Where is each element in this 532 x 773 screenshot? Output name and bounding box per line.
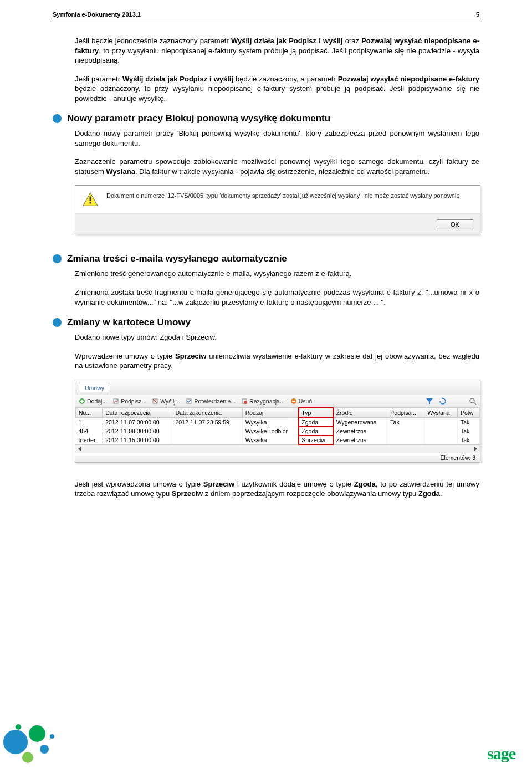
svg-marker-17	[474, 447, 477, 451]
col-podpisana[interactable]: Podpisa...	[387, 408, 424, 417]
table-row[interactable]: 454 2012-11-08 00:00:00 Wysyłkę i odbiór…	[76, 427, 480, 436]
usun-button[interactable]: Usuń	[290, 398, 313, 405]
sign-icon	[112, 398, 119, 405]
podpisz-button[interactable]: Podpisz...	[112, 398, 146, 405]
add-icon	[79, 398, 85, 405]
confirm-icon	[186, 398, 192, 405]
s2-p1: Zmieniono treść generowanego automatyczn…	[75, 269, 479, 279]
page-header: Symfonia e-Dokumenty 2013.1 5	[53, 11, 479, 19]
warning-icon	[82, 191, 99, 208]
resign-icon	[241, 398, 248, 405]
send-icon	[152, 398, 158, 405]
heading-text: Nowy parametr pracy Blokuj ponowną wysył…	[67, 113, 330, 124]
col-potw[interactable]: Potw	[457, 408, 479, 417]
scroll-right-icon[interactable]	[472, 446, 479, 452]
svg-rect-1	[90, 197, 91, 201]
heading-text: Zmiany w kartotece Umowy	[67, 317, 191, 328]
svg-rect-12	[292, 401, 295, 402]
sage-logo: sage	[487, 744, 515, 763]
warning-dialog: Dokument o numerze '12-FVS/0005' typu 'd…	[75, 185, 480, 234]
s1-p1: Dodano nowy parametr pracy 'Blokuj ponow…	[75, 129, 479, 148]
col-zrodlo[interactable]: Źródło	[333, 408, 387, 417]
refresh-icon[interactable]	[439, 397, 447, 405]
bullet-icon	[53, 318, 62, 327]
col-data-rozpoczecia[interactable]: Data rozpoczęcia	[103, 408, 172, 417]
paragraph-2: Jeśli parametr Wyślij działa jak Podpisz…	[75, 74, 479, 104]
dodaj-button[interactable]: Dodaj...	[79, 398, 107, 405]
data-table: Nu... Data rozpoczęcia Data zakończenia …	[75, 408, 480, 444]
dialog-message: Dokument o numerze '12-FVS/0005' typu 'd…	[106, 191, 473, 208]
s1-p2: Zaznaczenie parametru spowoduje zablokow…	[75, 157, 479, 176]
paragraph-1: Jeśli będzie jednocześnie zaznaczony par…	[75, 36, 479, 65]
delete-icon	[290, 398, 297, 405]
s3-p2: Wprowadzenie umowy o typie Sprzeciw unie…	[75, 351, 479, 371]
ok-button[interactable]: OK	[437, 219, 473, 229]
grid-footer: Elementów: 3	[75, 453, 480, 462]
umowy-grid: Umowy Dodaj... Podpisz... Wyślij... Potw…	[75, 380, 480, 463]
after-grid-paragraph: Jeśli jest wprowadzona umowa o typie Spr…	[75, 479, 479, 499]
svg-rect-5	[80, 401, 84, 402]
col-typ[interactable]: Typ	[299, 408, 333, 417]
grid-toolbar: Dodaj... Podpisz... Wyślij... Potwierdze…	[75, 395, 480, 408]
svg-point-10	[244, 401, 247, 404]
svg-marker-16	[78, 447, 81, 451]
header-title: Symfonia e-Dokumenty 2013.1	[53, 11, 141, 18]
table-row[interactable]: 1 2012-11-07 00:00:00 2012-11-07 23:59:5…	[76, 417, 480, 427]
horizontal-scrollbar[interactable]	[75, 444, 480, 453]
s2-p2: Zmieniona została treść fragmentu e-mail…	[75, 288, 479, 307]
svg-rect-2	[90, 202, 91, 204]
footer-decoration	[0, 718, 72, 773]
col-data-zakonczenia[interactable]: Data zakończenia	[172, 408, 242, 417]
wyslij-button[interactable]: Wyślij...	[152, 398, 180, 405]
s3-p1: Dodano nowe typy umów: Zgoda i Sprzeciw.	[75, 332, 479, 342]
col-nu[interactable]: Nu...	[76, 408, 103, 417]
bullet-icon	[53, 254, 62, 263]
search-icon[interactable]	[469, 397, 477, 405]
svg-line-15	[474, 402, 476, 405]
section-heading-3: Zmiany w kartotece Umowy	[53, 317, 479, 328]
col-wyslana[interactable]: Wysłana	[424, 408, 458, 417]
filter-icon[interactable]	[426, 397, 433, 405]
potwierdzenie-button[interactable]: Potwierdzenie...	[186, 398, 236, 405]
header-page-number: 5	[476, 11, 479, 18]
bullet-icon	[53, 114, 62, 123]
svg-point-14	[470, 398, 474, 403]
heading-text: Zmiana treści e-maila wysyłanego automat…	[67, 253, 287, 264]
rezygnacja-button[interactable]: Rezygnacja...	[241, 398, 285, 405]
section-heading-1: Nowy parametr pracy Blokuj ponowną wysył…	[53, 113, 479, 124]
tab-umowy[interactable]: Umowy	[79, 383, 110, 392]
table-row[interactable]: trterter 2012-11-15 00:00:00 Wysyłka Spr…	[76, 436, 480, 444]
scroll-left-icon[interactable]	[76, 446, 83, 452]
section-heading-2: Zmiana treści e-maila wysyłanego automat…	[53, 253, 479, 264]
col-rodzaj[interactable]: Rodzaj	[242, 408, 299, 417]
